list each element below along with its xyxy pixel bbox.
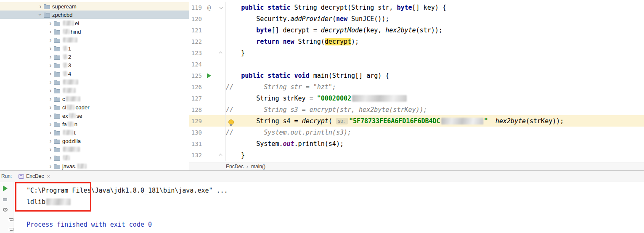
tree-item[interactable]: › [0,78,189,86]
fold-column[interactable] [216,47,226,58]
chevron-right-icon[interactable]: › [47,71,54,77]
code-line[interactable]: 122 return new String(decrypt); [189,36,644,47]
breadcrumb-member[interactable]: main() [251,164,265,169]
stop-icon[interactable] [3,198,7,201]
redacted-blur [63,71,67,76]
chevron-right-icon[interactable]: › [47,62,54,68]
redacted-blur [63,155,70,160]
code-line[interactable]: 127 String strKey = "00020002 [189,93,644,104]
chevron-right-icon[interactable]: › [47,45,54,51]
tree-item[interactable]: ›hind [0,27,189,36]
redacted-blur [352,95,407,102]
fold-arrow-icon[interactable] [219,154,222,157]
chevron-right-icon[interactable]: › [47,96,54,102]
tree-item[interactable]: ›1 [0,44,189,53]
rerun-icon[interactable] [3,185,8,191]
console-line: Process finished with exit code 0 [27,219,644,230]
chevron-right-icon[interactable]: › [47,130,54,135]
tree-item-text: oader [75,104,89,111]
chevron-right-icon[interactable]: › [47,163,54,169]
tree-item[interactable]: ›3 [0,61,189,69]
code-token: (key, [363,26,385,34]
breadcrumb-file[interactable]: EncDec [226,164,244,169]
code-line[interactable]: 120 Security.addProvider(new SunJCE()); [189,13,644,24]
chevron-right-icon[interactable]: › [47,121,54,127]
chevron-right-icon[interactable]: › [47,37,54,43]
tree-item[interactable]: ›fan [0,120,189,128]
fold-column[interactable] [216,149,226,161]
chevron-right-icon[interactable]: › [37,3,44,9]
chevron-right-icon[interactable]: › [47,20,54,26]
line-number: 121 [189,27,202,34]
console-output[interactable]: "C:\Program Files\Java\jdk1.8.0_181\bin\… [27,185,644,233]
tree-item[interactable]: ›cloader [0,103,189,111]
run-tab-encdec[interactable]: EncDec × [17,172,53,180]
line-number: 123 [189,50,202,56]
code-token [488,117,496,125]
console-text: "C:\Program Files\Java\jdk1.8.0_181\bin\… [27,187,228,194]
tree-item-text: ex [62,113,68,119]
code-line[interactable]: 129 String s4 = decrypt( str: "5F78733FE… [189,115,644,127]
code-line[interactable]: 126// String str = "hzt"; [189,81,644,93]
tree-item[interactable]: › [0,86,189,95]
chevron-right-icon[interactable]: › [47,79,54,85]
tree-item[interactable]: ›exse [0,111,189,120]
code-line[interactable]: 121 byte[] decrypt = decryptMode(key, he… [189,24,644,36]
code-line[interactable]: 128// String s3 = encrypt(str, hex2byte(… [189,104,644,115]
project-tree-panel[interactable]: ›supeream›zpchcbd›el›hind››1›2›3›4›››c›c… [0,0,189,170]
fold-arrow-icon[interactable] [219,5,223,9]
scroll-end-icon[interactable] [9,218,13,222]
code-line[interactable]: 125 public static void main(String[] arg… [189,70,644,81]
code-line[interactable]: 130// System.out.println(s3); [189,127,644,138]
soft-wrap-icon[interactable] [9,228,13,231]
chevron-right-icon[interactable]: › [47,113,54,119]
tree-item-label: 3 [62,62,71,69]
code-line[interactable]: 119@ public static String decrypt(String… [189,2,644,13]
redacted-blur [77,164,87,169]
tree-item[interactable]: ›t [0,128,189,137]
tree-item[interactable]: ›supeream [0,2,189,11]
code-token: out [283,140,294,148]
tree-item[interactable]: ›el [0,19,189,27]
chevron-down-icon[interactable]: › [37,11,43,18]
line-number: 122 [189,38,202,45]
chevron-right-icon[interactable]: › [47,146,54,152]
tree-item[interactable]: › [0,154,189,162]
run-line-gutter[interactable] [202,73,216,78]
chevron-right-icon[interactable]: › [47,87,54,93]
code-line[interactable]: 124 [189,58,644,70]
code-editor[interactable]: 119@ public static String decrypt(String… [189,0,644,162]
fold-column[interactable] [216,2,226,13]
tree-item[interactable]: ›godzilla [0,137,189,145]
tree-item-text: 1 [68,45,71,52]
tree-item[interactable]: › [0,145,189,154]
close-icon[interactable]: × [47,173,50,180]
redacted-blur [63,29,70,34]
code-line[interactable]: 131 System.out.println(s4); [189,138,644,149]
tree-item[interactable]: ›2 [0,53,189,61]
redacted-blur [63,63,67,68]
chevron-right-icon[interactable]: › [47,29,54,34]
line-number: 131 [189,140,202,147]
settings-icon[interactable] [3,208,8,211]
intention-bulb-icon[interactable] [228,119,233,127]
code-line[interactable]: 132 } [189,149,644,161]
tree-item[interactable]: ›zpchcbd [0,11,189,19]
fold-arrow-icon[interactable] [219,51,222,55]
code-line[interactable]: 123 } [189,47,644,58]
tree-item-text: 3 [68,62,71,69]
tree-item-label: fan [62,121,77,127]
chevron-right-icon[interactable]: › [47,104,54,110]
tree-item-text: fa [62,121,67,127]
code-token: " [484,117,488,125]
redacted-blur [63,21,74,26]
chevron-right-icon[interactable]: › [47,54,54,60]
console-text: ldlib [27,198,45,206]
tree-item[interactable]: ›4 [0,69,189,78]
chevron-right-icon[interactable]: › [47,138,54,144]
chevron-right-icon[interactable]: › [47,155,54,161]
tree-item[interactable]: ›c [0,95,189,103]
tree-item[interactable]: › [0,36,189,44]
tree-item[interactable]: ›javas. [0,162,189,170]
folder-icon [54,88,61,93]
